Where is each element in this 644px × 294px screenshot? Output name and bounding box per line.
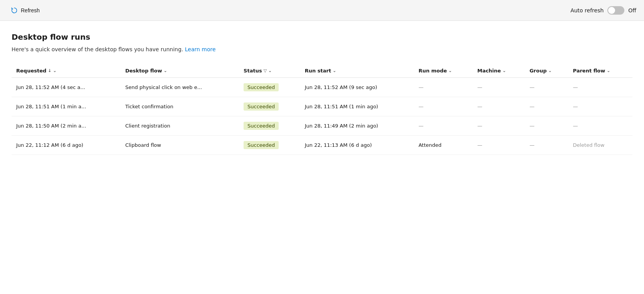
cell-desktop_flow: Client registration bbox=[121, 116, 239, 136]
chevron-down-icon: ⌄ bbox=[607, 68, 610, 73]
toggle-slider bbox=[607, 6, 624, 15]
cell-run_mode: Attended bbox=[414, 136, 473, 155]
flow-runs-table: Requested ↓ ⌄ Desktop flow ⌄ Status ▽ bbox=[12, 64, 632, 155]
table-row[interactable]: Jun 28, 11:50 AM (2 min a...Client regis… bbox=[12, 116, 632, 136]
cell-run_mode: — bbox=[414, 116, 473, 136]
page-description: Here's a quick overview of the desktop f… bbox=[12, 46, 632, 52]
auto-refresh-toggle[interactable] bbox=[607, 6, 624, 15]
sort-down-icon: ↓ bbox=[48, 68, 51, 73]
cell-machine: — bbox=[472, 136, 525, 155]
cell-machine: — bbox=[472, 116, 525, 136]
cell-group: — bbox=[525, 78, 568, 97]
chevron-down-icon: ⌄ bbox=[268, 68, 272, 73]
refresh-icon bbox=[11, 7, 18, 14]
chevron-down-icon: ⌄ bbox=[503, 68, 506, 73]
cell-parent_flow: — bbox=[568, 78, 632, 97]
chevron-down-icon: ⌄ bbox=[548, 68, 552, 73]
table-row[interactable]: Jun 22, 11:12 AM (6 d ago)Clipboard flow… bbox=[12, 136, 632, 155]
cell-machine: — bbox=[472, 97, 525, 116]
cell-status: Succeeded bbox=[239, 97, 300, 116]
top-bar: Refresh Auto refresh Off bbox=[0, 0, 644, 21]
chevron-down-icon: ⌄ bbox=[53, 68, 57, 73]
cell-run_mode: — bbox=[414, 97, 473, 116]
status-badge: Succeeded bbox=[244, 83, 279, 91]
col-status: Status ▽ ⌄ bbox=[239, 64, 300, 78]
main-content: Desktop flow runs Here's a quick overvie… bbox=[0, 21, 644, 294]
cell-run_start: Jun 28, 11:51 AM (1 min ago) bbox=[300, 97, 414, 116]
cell-parent_flow: Deleted flow bbox=[568, 136, 632, 155]
cell-status: Succeeded bbox=[239, 116, 300, 136]
cell-desktop_flow: Clipboard flow bbox=[121, 136, 239, 155]
col-run-start: Run start ⌄ bbox=[300, 64, 414, 78]
cell-requested: Jun 28, 11:52 AM (4 sec a... bbox=[12, 78, 121, 97]
cell-requested: Jun 28, 11:50 AM (2 min a... bbox=[12, 116, 121, 136]
cell-status: Succeeded bbox=[239, 136, 300, 155]
cell-desktop_flow: Ticket confirmation bbox=[121, 97, 239, 116]
description-text: Here's a quick overview of the desktop f… bbox=[12, 46, 183, 52]
status-badge: Succeeded bbox=[244, 102, 279, 111]
cell-run_mode: — bbox=[414, 78, 473, 97]
col-machine: Machine ⌄ bbox=[472, 64, 525, 78]
table-row[interactable]: Jun 28, 11:52 AM (4 sec a...Send physica… bbox=[12, 78, 632, 97]
cell-status: Succeeded bbox=[239, 78, 300, 97]
col-desktop-flow: Desktop flow ⌄ bbox=[121, 64, 239, 78]
cell-parent_flow: — bbox=[568, 97, 632, 116]
auto-refresh-area: Auto refresh Off bbox=[570, 6, 636, 15]
auto-refresh-label: Auto refresh bbox=[570, 7, 604, 13]
cell-desktop_flow: Send physical click on web e... bbox=[121, 78, 239, 97]
cell-run_start: Jun 28, 11:52 AM (9 sec ago) bbox=[300, 78, 414, 97]
chevron-down-icon: ⌄ bbox=[449, 68, 452, 73]
cell-requested: Jun 22, 11:12 AM (6 d ago) bbox=[12, 136, 121, 155]
learn-more-link[interactable]: Learn more bbox=[185, 46, 216, 52]
cell-parent_flow: — bbox=[568, 116, 632, 136]
cell-group: — bbox=[525, 116, 568, 136]
auto-refresh-off-label: Off bbox=[628, 7, 636, 13]
header-row: Requested ↓ ⌄ Desktop flow ⌄ Status ▽ bbox=[12, 64, 632, 78]
cell-machine: — bbox=[472, 78, 525, 97]
col-run-mode: Run mode ⌄ bbox=[414, 64, 473, 78]
cell-run_start: Jun 28, 11:49 AM (2 min ago) bbox=[300, 116, 414, 136]
page-title: Desktop flow runs bbox=[12, 32, 632, 42]
table-row[interactable]: Jun 28, 11:51 AM (1 min a...Ticket confi… bbox=[12, 97, 632, 116]
filter-icon: ▽ bbox=[264, 68, 267, 73]
table-body: Jun 28, 11:52 AM (4 sec a...Send physica… bbox=[12, 78, 632, 155]
chevron-down-icon: ⌄ bbox=[333, 68, 336, 73]
cell-group: — bbox=[525, 97, 568, 116]
status-badge: Succeeded bbox=[244, 141, 279, 149]
col-group: Group ⌄ bbox=[525, 64, 568, 78]
col-requested: Requested ↓ ⌄ bbox=[12, 64, 121, 78]
table-header: Requested ↓ ⌄ Desktop flow ⌄ Status ▽ bbox=[12, 64, 632, 78]
cell-group: — bbox=[525, 136, 568, 155]
cell-run_start: Jun 22, 11:13 AM (6 d ago) bbox=[300, 136, 414, 155]
cell-requested: Jun 28, 11:51 AM (1 min a... bbox=[12, 97, 121, 116]
refresh-label: Refresh bbox=[21, 7, 40, 13]
col-parent-flow: Parent flow ⌄ bbox=[568, 64, 632, 78]
refresh-button[interactable]: Refresh bbox=[8, 5, 43, 15]
status-badge: Succeeded bbox=[244, 122, 279, 130]
chevron-down-icon: ⌄ bbox=[163, 68, 167, 73]
